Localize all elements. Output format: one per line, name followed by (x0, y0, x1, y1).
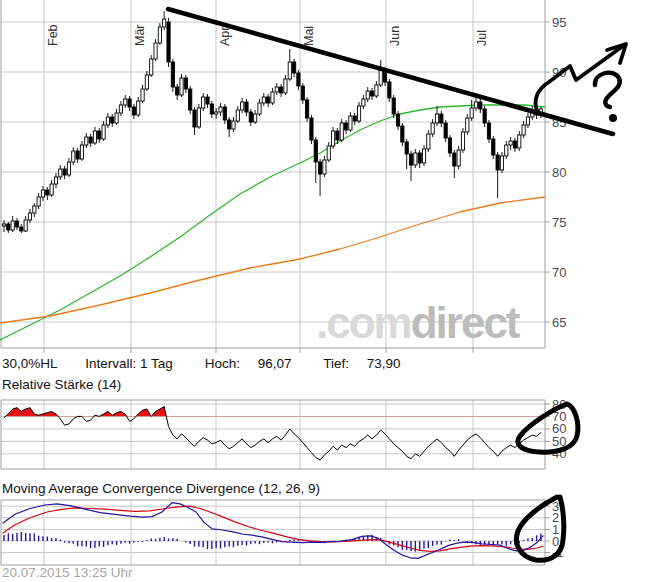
macd-panel-title: Moving Average Convergence Divergence (1… (2, 481, 320, 496)
interval-value: Intervall: 1 Tag (85, 356, 173, 371)
chart-info-bar: 30,0%HL Intervall: 1 Tag Hoch: 96,07 Tie… (2, 356, 401, 371)
macd-line (3, 503, 543, 559)
y-tick-label: 70 (552, 265, 566, 280)
low-label: Tief: (323, 356, 349, 371)
rsi-overbought-fill (4, 407, 541, 461)
month-label-apr: Apr (218, 27, 232, 46)
chart-timestamp: 20.07.2015 13:25 Uhr (2, 565, 133, 580)
y-tick-label: 85 (552, 115, 566, 130)
price-axis-labels: 95908580757065 (545, 15, 566, 330)
rsi-panel-title: Relative Stärke (14) (2, 377, 121, 392)
watermark-suffix: direct (411, 298, 519, 347)
rsi-grid (1, 400, 545, 469)
macd-grid (1, 500, 545, 565)
rsi-axis-labels: 8070605040 (545, 397, 566, 462)
low-value: 73,90 (367, 356, 401, 371)
y-tick-label: 95 (552, 15, 566, 30)
macd-axis-labels: 3210-1 (545, 499, 564, 560)
y-tick-label: 40 (552, 446, 566, 461)
high-label: Hoch: (205, 356, 240, 371)
y-tick-label: 75 (552, 215, 566, 230)
watermark-prefix: .com (316, 298, 411, 347)
high-value: 96,07 (258, 356, 292, 371)
month-label-jul: Jul (475, 30, 489, 46)
rsi-line (4, 407, 541, 461)
y-tick-label: 65 (552, 315, 566, 330)
month-label-mai: Mai (302, 26, 316, 46)
macd-signal-line (3, 506, 543, 551)
y-tick-label: 90 (552, 65, 566, 80)
month-label-mär: Mär (133, 24, 147, 46)
hl-range-value: 30,0%HL (2, 356, 58, 371)
macd-histogram (4, 532, 541, 552)
month-label-feb: Feb (46, 24, 60, 46)
month-label-jun: Jun (388, 26, 402, 46)
main-grid (1, 0, 545, 348)
chart-page: FebMärAprMaiJunJul9590858075706580706050… (0, 0, 645, 582)
comdirect-watermark: .comdirect (316, 301, 519, 345)
y-tick-label: -1 (552, 545, 564, 560)
y-tick-label: 80 (552, 165, 566, 180)
